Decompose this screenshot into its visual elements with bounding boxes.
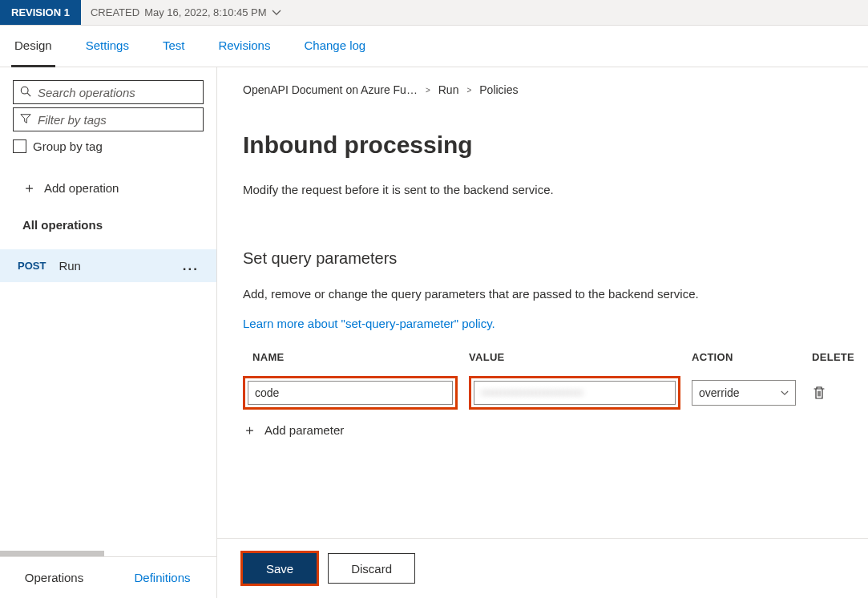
select-value: override [699, 386, 740, 399]
main-tabs: Design Settings Test Revisions Change lo… [0, 26, 868, 67]
breadcrumb: OpenAPI Document on Azure Fu… > Run > Po… [243, 83, 868, 96]
scrollbar[interactable] [0, 551, 104, 556]
svg-line-1 [27, 93, 30, 96]
filter-input[interactable]: Filter by tags [13, 107, 204, 131]
search-icon [20, 86, 31, 99]
param-action-select[interactable]: override [692, 380, 796, 406]
section-title: Set query parameters [243, 249, 868, 268]
more-icon[interactable]: ... [183, 258, 199, 274]
plus-icon: ＋ [243, 421, 256, 439]
sidebar-bottom-tabs: Operations Definitions [0, 556, 216, 598]
filter-icon [20, 113, 31, 127]
tab-test[interactable]: Test [163, 38, 185, 67]
add-parameter[interactable]: ＋ Add parameter [243, 421, 868, 439]
add-operation[interactable]: ＋ Add operation [0, 161, 216, 210]
operation-item-run[interactable]: POST Run ... [0, 249, 216, 282]
footer-actions: Save Discard [217, 538, 868, 598]
page-title: Inbound processing [243, 131, 868, 159]
col-delete: DELETE [812, 351, 868, 371]
revision-created[interactable]: CREATED May 16, 2022, 8:10:45 PM [81, 0, 291, 25]
table-row: code •••••••••••••••••••••••••• override [243, 376, 868, 410]
btab-operations[interactable]: Operations [0, 557, 108, 598]
breadcrumb-policies: Policies [479, 83, 518, 96]
param-name-highlight: code [243, 376, 458, 410]
group-checkbox[interactable] [13, 139, 26, 153]
section-description: Add, remove or change the query paramete… [243, 287, 868, 301]
group-label: Group by tag [33, 139, 103, 153]
btab-definitions[interactable]: Definitions [108, 557, 216, 598]
all-operations[interactable]: All operations [0, 210, 216, 240]
filter-placeholder: Filter by tags [38, 113, 107, 127]
chevron-right-icon: > [426, 86, 430, 95]
main-panel: OpenAPI Document on Azure Fu… > Run > Po… [217, 67, 868, 598]
chevron-right-icon: > [466, 86, 471, 95]
chevron-down-icon [272, 8, 281, 18]
breadcrumb-run[interactable]: Run [438, 83, 459, 96]
param-name-input[interactable]: code [248, 381, 453, 405]
col-value: VALUE [469, 351, 692, 371]
page-description: Modify the request before it is sent to … [243, 183, 868, 196]
svg-point-0 [21, 87, 28, 94]
param-value-input[interactable]: •••••••••••••••••••••••••• [474, 381, 676, 405]
save-button[interactable]: Save [243, 553, 317, 584]
param-value-highlight: •••••••••••••••••••••••••• [469, 376, 680, 410]
tab-revisions[interactable]: Revisions [218, 38, 270, 67]
trash-icon[interactable] [812, 385, 826, 401]
group-by-tag[interactable]: Group by tag [13, 139, 204, 153]
search-input[interactable]: Search operations [13, 80, 204, 104]
learn-more-link[interactable]: Learn more about "set-query-parameter" p… [243, 317, 868, 330]
created-label: CREATED [91, 6, 139, 18]
discard-button[interactable]: Discard [328, 553, 415, 584]
operation-name: Run [59, 259, 81, 273]
sidebar: Search operations Filter by tags Group b… [0, 67, 217, 598]
search-placeholder: Search operations [38, 86, 135, 99]
tab-design[interactable]: Design [14, 38, 52, 67]
add-parameter-label: Add parameter [264, 423, 344, 437]
add-operation-label: Add operation [44, 181, 119, 195]
breadcrumb-api[interactable]: OpenAPI Document on Azure Fu… [243, 83, 418, 96]
chevron-down-icon [781, 388, 789, 398]
col-name: NAME [243, 351, 469, 371]
plus-icon: ＋ [22, 179, 36, 197]
revision-badge: REVISION 1 [0, 0, 81, 25]
operation-method: POST [18, 260, 46, 272]
created-value: May 16, 2022, 8:10:45 PM [144, 6, 266, 18]
tab-changelog[interactable]: Change log [304, 38, 365, 67]
revision-label: REVISION 1 [11, 6, 70, 18]
table-header: NAME VALUE ACTION DELETE [243, 351, 868, 371]
parameters-table: NAME VALUE ACTION DELETE code ••••• [243, 351, 868, 439]
col-action: ACTION [692, 351, 812, 371]
revision-bar: REVISION 1 CREATED May 16, 2022, 8:10:45… [0, 0, 868, 26]
tab-settings[interactable]: Settings [86, 38, 129, 67]
